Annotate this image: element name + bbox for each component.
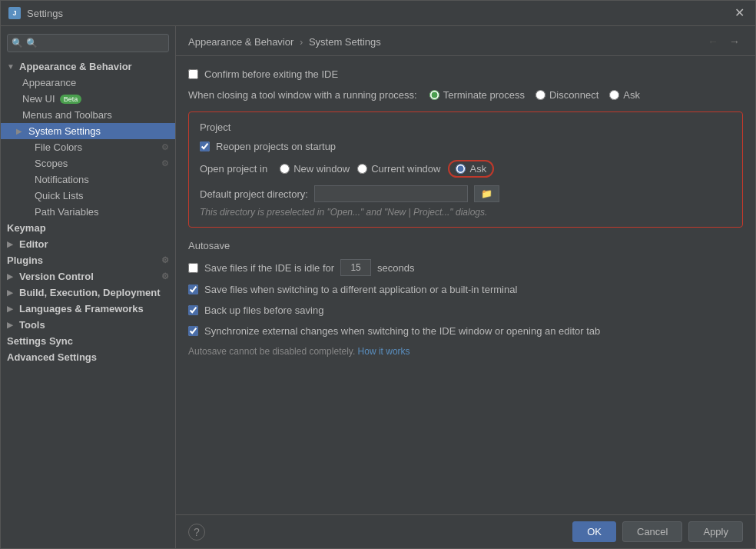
default-dir-input[interactable] bbox=[314, 185, 468, 202]
sync-external-row: Synchronize external changes when switch… bbox=[188, 325, 743, 337]
autosave-title: Autosave bbox=[188, 240, 743, 251]
lf-arrow: ▶ bbox=[7, 304, 16, 313]
sidebar-item-advanced-settings[interactable]: Advanced Settings bbox=[1, 349, 175, 365]
sidebar-item-path-variables[interactable]: Path Variables bbox=[1, 204, 175, 220]
how-it-works-link[interactable]: How it works bbox=[358, 346, 410, 357]
sidebar-item-tools[interactable]: ▶ Tools bbox=[1, 317, 175, 333]
expand-arrow: ▼ bbox=[7, 62, 16, 71]
project-box: Project Reopen projects on startup Open … bbox=[188, 111, 743, 228]
idle-save-checkbox[interactable] bbox=[188, 263, 198, 273]
default-dir-row: Default project directory: 📁 bbox=[200, 185, 731, 202]
autosave-note: Autosave cannot be disabled completely. … bbox=[188, 346, 743, 357]
cancel-button[interactable]: Cancel bbox=[622, 521, 682, 542]
forward-arrow[interactable]: → bbox=[726, 34, 743, 49]
sidebar-item-languages-frameworks[interactable]: ▶ Languages & Frameworks bbox=[1, 301, 175, 317]
project-title: Project bbox=[200, 121, 731, 133]
idle-value-input[interactable] bbox=[340, 259, 371, 276]
nav-arrows: ← → bbox=[705, 34, 743, 49]
help-button[interactable]: ? bbox=[188, 524, 205, 541]
sidebar-item-appearance[interactable]: Appearance bbox=[1, 75, 175, 91]
search-icon: 🔍 bbox=[12, 38, 23, 48]
current-window-radio[interactable] bbox=[357, 164, 367, 174]
dir-hint: This directory is preselected in "Open..… bbox=[200, 207, 731, 218]
new-window-radio[interactable] bbox=[280, 164, 290, 174]
running-process-radio-group: Terminate process Disconnect Ask bbox=[429, 89, 640, 101]
search-input[interactable] bbox=[7, 34, 169, 52]
svg-text:J: J bbox=[12, 9, 16, 17]
ask-process-option[interactable]: Ask bbox=[609, 89, 640, 101]
switch-app-checkbox[interactable] bbox=[188, 284, 198, 294]
search-box: 🔍 bbox=[7, 34, 169, 52]
confirm-exit-label[interactable]: Confirm before exiting the IDE bbox=[188, 68, 338, 80]
sync-external-label[interactable]: Synchronize external changes when switch… bbox=[188, 325, 600, 337]
running-process-row: When closing a tool window with a runnin… bbox=[188, 89, 743, 101]
beta-badge: Beta bbox=[60, 95, 82, 104]
ask-window-radio[interactable] bbox=[456, 164, 466, 174]
ask-window-highlight: Ask bbox=[448, 160, 494, 178]
idle-save-label[interactable]: Save files if the IDE is idle for bbox=[188, 262, 334, 274]
new-window-option[interactable]: New window bbox=[280, 163, 350, 175]
terminate-radio[interactable] bbox=[429, 90, 439, 100]
breadcrumb: Appearance & Behavior › System Settings bbox=[188, 36, 381, 48]
switch-app-row: Save files when switching to a different… bbox=[188, 284, 743, 295]
system-settings-arrow: ▶ bbox=[16, 127, 25, 135]
editor-arrow: ▶ bbox=[7, 240, 16, 248]
switch-app-label[interactable]: Save files when switching to a different… bbox=[188, 284, 517, 295]
back-arrow[interactable]: ← bbox=[705, 34, 721, 49]
sidebar-item-notifications[interactable]: Notifications bbox=[1, 171, 175, 188]
terminate-option[interactable]: Terminate process bbox=[429, 89, 525, 101]
sidebar-item-file-colors[interactable]: File Colors ⚙ bbox=[1, 139, 175, 155]
disconnect-radio[interactable] bbox=[536, 90, 545, 100]
ask-process-radio[interactable] bbox=[609, 90, 619, 100]
sidebar-item-system-settings[interactable]: ▶ System Settings bbox=[1, 123, 175, 139]
panel-body: Confirm before exiting the IDE When clos… bbox=[176, 56, 755, 514]
sidebar-item-appearance-behavior[interactable]: ▼ Appearance & Behavior bbox=[1, 58, 175, 75]
plugins-icon: ⚙ bbox=[161, 255, 169, 265]
sidebar-item-menus-toolbars[interactable]: Menus and Toolbars bbox=[1, 107, 175, 123]
tools-arrow: ▶ bbox=[7, 321, 16, 329]
backup-label[interactable]: Back up files before saving bbox=[188, 304, 323, 316]
sidebar-item-keymap[interactable]: Keymap bbox=[1, 220, 175, 236]
vc-icon: ⚙ bbox=[161, 271, 169, 281]
settings-dialog: J Settings ✕ 🔍 ▼ Appearance & Behavior A… bbox=[0, 0, 756, 549]
ask-window-option[interactable]: Ask bbox=[456, 163, 486, 175]
vc-arrow: ▶ bbox=[7, 272, 16, 281]
sidebar-item-plugins[interactable]: Plugins ⚙ bbox=[1, 252, 175, 268]
backup-checkbox[interactable] bbox=[188, 305, 198, 315]
sidebar-item-scopes[interactable]: Scopes ⚙ bbox=[1, 155, 175, 171]
apply-button[interactable]: Apply bbox=[688, 521, 743, 542]
title-bar-text: Settings bbox=[27, 8, 731, 19]
backup-row: Back up files before saving bbox=[188, 304, 743, 316]
reopen-projects-checkbox[interactable] bbox=[200, 141, 210, 151]
confirm-exit-row: Confirm before exiting the IDE bbox=[188, 68, 743, 80]
sync-external-checkbox[interactable] bbox=[188, 326, 198, 336]
idle-save-row: Save files if the IDE is idle for second… bbox=[188, 259, 743, 276]
sidebar-item-new-ui[interactable]: New UI Beta bbox=[1, 91, 175, 107]
build-arrow: ▶ bbox=[7, 288, 16, 297]
open-project-in-row: Open project in New window Current windo… bbox=[200, 160, 731, 178]
dir-browse-button[interactable]: 📁 bbox=[474, 185, 499, 202]
disconnect-option[interactable]: Disconnect bbox=[536, 89, 598, 101]
sidebar-item-version-control[interactable]: ▶ Version Control ⚙ bbox=[1, 268, 175, 284]
sidebar-item-editor[interactable]: ▶ Editor bbox=[1, 236, 175, 252]
sidebar-item-quick-lists[interactable]: Quick Lists bbox=[1, 188, 175, 204]
main-content: 🔍 ▼ Appearance & Behavior Appearance New… bbox=[1, 26, 755, 548]
title-bar: J Settings ✕ bbox=[1, 1, 755, 26]
scopes-icon: ⚙ bbox=[161, 158, 169, 168]
confirm-exit-checkbox[interactable] bbox=[188, 69, 198, 79]
default-dir-label: Default project directory: bbox=[200, 188, 308, 200]
right-panel: Appearance & Behavior › System Settings … bbox=[176, 26, 755, 548]
app-icon: J bbox=[8, 7, 21, 19]
sidebar-item-build-execution[interactable]: ▶ Build, Execution, Deployment bbox=[1, 284, 175, 301]
reopen-projects-label[interactable]: Reopen projects on startup bbox=[200, 141, 336, 152]
ok-button[interactable]: OK bbox=[572, 521, 616, 542]
bottom-bar: ? OK Cancel Apply bbox=[176, 514, 755, 548]
file-colors-icon: ⚙ bbox=[161, 142, 169, 152]
open-project-in-label: Open project in bbox=[200, 163, 267, 175]
panel-header: Appearance & Behavior › System Settings … bbox=[176, 26, 755, 56]
close-button[interactable]: ✕ bbox=[731, 5, 748, 21]
current-window-option[interactable]: Current window bbox=[357, 163, 440, 175]
sidebar-item-settings-sync[interactable]: Settings Sync bbox=[1, 333, 175, 349]
idle-unit: seconds bbox=[377, 262, 414, 274]
reopen-projects-row: Reopen projects on startup bbox=[200, 141, 731, 152]
